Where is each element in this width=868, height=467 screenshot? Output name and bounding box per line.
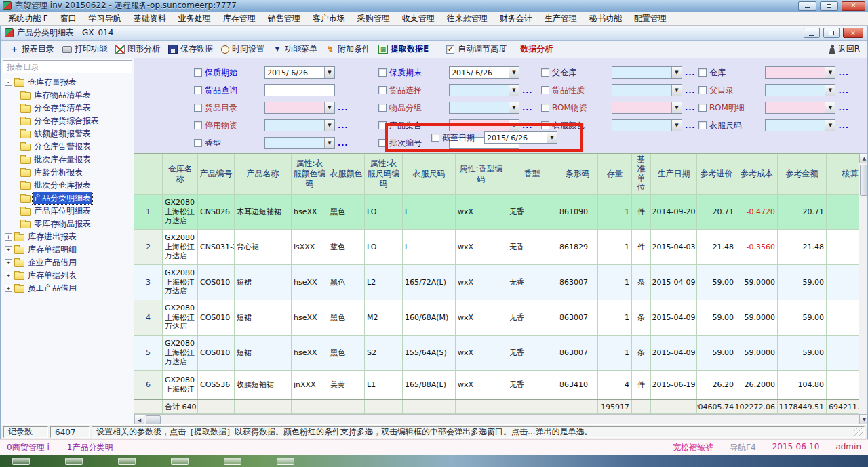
- filter-dropdown[interactable]: ▼: [612, 66, 682, 79]
- filter-dropdown[interactable]: ▼: [765, 84, 835, 96]
- chevron-down-icon[interactable]: ▼: [509, 102, 519, 113]
- report-restore-button[interactable]: [823, 28, 840, 38]
- toolbar-button[interactable]: 保存数据: [164, 42, 217, 56]
- chevron-down-icon[interactable]: ▼: [825, 102, 835, 113]
- checkbox-icon[interactable]: [194, 68, 202, 77]
- checkbox-icon[interactable]: [698, 86, 707, 94]
- checkbox-icon[interactable]: [698, 121, 707, 129]
- more-options-button[interactable]: ...: [685, 68, 696, 77]
- expand-icon[interactable]: +: [5, 285, 12, 292]
- filter-dropdown[interactable]: ▼: [612, 84, 682, 96]
- more-options-button[interactable]: ...: [685, 104, 696, 113]
- sidebar-item[interactable]: 产品库位明细表: [3, 205, 132, 218]
- filter-dropdown[interactable]: ▼: [264, 119, 335, 131]
- table-row[interactable]: 2GX2080 上海松江 万达店CNS031-2背心裙lsXXX蓝色LOLwxX…: [134, 230, 859, 265]
- return-button[interactable]: 返回R: [829, 43, 863, 55]
- menu-item[interactable]: 客户市场: [307, 12, 351, 26]
- sidebar-item[interactable]: 分仓存货清单表: [3, 102, 132, 115]
- filter-dropdown[interactable]: ▼: [264, 102, 335, 114]
- chevron-down-icon[interactable]: ▼: [671, 102, 682, 113]
- sidebar-item[interactable]: +库存进出报表: [3, 230, 132, 243]
- menu-item[interactable]: 库存管理: [217, 12, 262, 26]
- checkbox-icon[interactable]: [194, 121, 202, 129]
- taskbar-app-icon[interactable]: [277, 458, 294, 465]
- more-options-button[interactable]: ...: [838, 121, 849, 130]
- more-options-button[interactable]: ...: [685, 86, 696, 95]
- data-analysis-button[interactable]: 数据分析: [520, 43, 553, 55]
- hscroll-thumb[interactable]: [146, 415, 161, 424]
- filter-date-select[interactable]: 2015/ 6/26▼: [449, 66, 519, 79]
- chevron-down-icon[interactable]: ▼: [825, 120, 835, 131]
- table-row[interactable]: 5GX2080 上海松江 万达店COS010短裙hseXX黑色S2155/64A…: [134, 336, 859, 371]
- sidebar-item[interactable]: 缺额超额报警表: [3, 127, 132, 140]
- sidebar-item[interactable]: 分仓库告警报表: [3, 140, 132, 153]
- table-row[interactable]: 3GX2080 上海松江 万达店COS010短裙hseXX黑色L2165/72A…: [134, 265, 859, 300]
- restore-button[interactable]: [820, 1, 838, 11]
- menu-item[interactable]: 基础资料: [127, 12, 172, 26]
- taskbar-app-icon[interactable]: [224, 458, 241, 465]
- sidebar-item[interactable]: 库龄分析报表: [3, 166, 132, 179]
- more-options-button[interactable]: ...: [838, 86, 849, 95]
- checkbox-icon[interactable]: [378, 68, 387, 77]
- more-options-button[interactable]: ...: [338, 121, 349, 130]
- sidebar-item[interactable]: +库存单据明细: [3, 243, 132, 256]
- vertical-scrollbar[interactable]: ▲ ▼: [859, 153, 867, 424]
- menu-item[interactable]: 采购管理: [351, 12, 396, 26]
- menu-item[interactable]: 生产管理: [538, 12, 583, 26]
- report-minimize-button[interactable]: [804, 28, 820, 38]
- more-options-button[interactable]: ...: [338, 104, 349, 113]
- sidebar-item[interactable]: 批次库存量报表: [3, 153, 132, 166]
- toolbar-button[interactable]: ▦提取数据E: [374, 42, 433, 56]
- menu-item[interactable]: 财务会计: [494, 12, 538, 26]
- filter-dropdown[interactable]: ▼: [612, 102, 682, 114]
- checkbox-icon[interactable]: [194, 139, 202, 147]
- chevron-down-icon[interactable]: ▼: [671, 85, 682, 96]
- auto-height-toggle[interactable]: ✓ 自动调节高度: [446, 43, 507, 55]
- taskbar-app-icon[interactable]: [118, 458, 136, 465]
- table-row[interactable]: 6GX2080 上海松江COS536收腰短袖裙jnXXX美黄L1165/88A(…: [134, 371, 859, 399]
- resize-grip[interactable]: [854, 428, 863, 436]
- toolbar-button[interactable]: 时间设置: [217, 42, 269, 56]
- menu-item[interactable]: 配置管理: [628, 12, 673, 26]
- mdi-window-button[interactable]: 0商贸管理 i: [7, 442, 50, 453]
- sidebar-item[interactable]: +员工产品借用: [3, 282, 132, 295]
- filter-dropdown[interactable]: ▼: [765, 102, 835, 114]
- toolbar-button[interactable]: ↯附加条件: [321, 42, 374, 56]
- scroll-down-icon[interactable]: ▼: [859, 414, 867, 424]
- checkbox-icon[interactable]: [541, 104, 549, 112]
- filter-date-select[interactable]: 2015/ 6/26▼: [264, 66, 335, 79]
- toolbar-button[interactable]: 打印功能: [58, 42, 111, 56]
- checkbox-icon[interactable]: [431, 134, 439, 142]
- more-options-button[interactable]: ...: [838, 104, 849, 113]
- menu-item[interactable]: 秘书功能: [583, 12, 628, 26]
- menu-item[interactable]: 往来款管理: [441, 12, 494, 26]
- filter-dropdown[interactable]: ▼: [765, 119, 835, 131]
- more-options-button[interactable]: ...: [522, 86, 533, 95]
- toolbar-button[interactable]: +报表目录: [5, 42, 58, 56]
- menu-item[interactable]: 学习导航: [83, 12, 127, 26]
- chevron-down-icon[interactable]: ▼: [547, 132, 557, 143]
- table-row[interactable]: 4GX2080 上海松江 万达店COS010短裙hseXX黑色M2160/68A…: [134, 300, 859, 336]
- menu-item[interactable]: 系统功能 F: [2, 12, 54, 26]
- menu-item[interactable]: 业务处理: [172, 12, 217, 26]
- more-options-button[interactable]: ...: [338, 139, 349, 148]
- filter-dropdown[interactable]: ▼: [449, 102, 519, 114]
- checkbox-icon[interactable]: [378, 86, 387, 94]
- chevron-down-icon[interactable]: ▼: [671, 67, 682, 78]
- chevron-down-icon[interactable]: ▼: [324, 120, 334, 131]
- chevron-down-icon[interactable]: ▼: [825, 85, 835, 96]
- menu-item[interactable]: 销售管理: [262, 12, 307, 26]
- sidebar-item[interactable]: 产品分类明细表: [3, 192, 132, 205]
- menu-item[interactable]: 收支管理: [396, 12, 441, 26]
- horizontal-scrollbar[interactable]: ◀: [134, 414, 859, 424]
- chevron-down-icon[interactable]: ▼: [324, 102, 334, 113]
- minimize-button[interactable]: [798, 1, 816, 11]
- expand-icon[interactable]: +: [5, 233, 12, 241]
- sidebar-item[interactable]: +企业产品借用: [3, 256, 132, 269]
- chevron-down-icon[interactable]: ▼: [509, 67, 519, 78]
- more-options-button[interactable]: ...: [685, 121, 696, 130]
- checkbox-checked-icon[interactable]: ✓: [446, 45, 454, 54]
- toolbar-button[interactable]: 图形分析: [111, 42, 164, 56]
- more-options-button[interactable]: ...: [522, 104, 533, 113]
- chevron-down-icon[interactable]: ▼: [671, 120, 682, 131]
